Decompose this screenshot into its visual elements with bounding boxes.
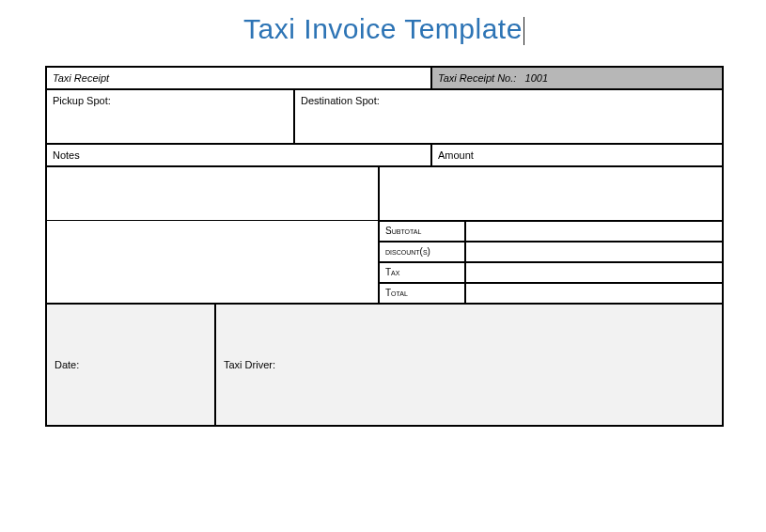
notes-label: Notes bbox=[53, 149, 80, 161]
date-cell: Date: bbox=[46, 304, 215, 426]
subtotal-value-cell bbox=[465, 221, 723, 242]
header-row: Taxi Receipt Taxi Receipt No.: 1001 bbox=[46, 67, 723, 89]
subtotal-row: Subtotal bbox=[46, 221, 723, 242]
receipt-no-value: 1001 bbox=[525, 72, 548, 84]
receipt-no-label: Taxi Receipt No.: bbox=[438, 72, 516, 84]
date-label: Date: bbox=[55, 359, 79, 370]
total-label-cell: Total bbox=[379, 283, 465, 304]
subtotal-label: Subtotal bbox=[385, 226, 421, 236]
spots-row: Pickup Spot: Destination Spot: bbox=[46, 89, 723, 144]
receipt-no-cell: Taxi Receipt No.: 1001 bbox=[431, 67, 723, 89]
driver-cell: Taxi Driver: bbox=[215, 304, 723, 426]
invoice-table: Taxi Receipt Taxi Receipt No.: 1001 Pick… bbox=[45, 66, 724, 427]
discount-row: discount(s) bbox=[46, 242, 723, 262]
amount-label-cell: Amount bbox=[431, 144, 723, 166]
discount-value-cell bbox=[465, 242, 723, 262]
notes-header-row: Notes Amount bbox=[46, 144, 723, 166]
receipt-label-cell: Taxi Receipt bbox=[46, 67, 431, 89]
subtotal-label-cell: Subtotal bbox=[379, 221, 465, 242]
spacer-cell bbox=[46, 262, 379, 283]
driver-label: Taxi Driver: bbox=[224, 359, 275, 370]
tax-row: Tax bbox=[46, 262, 723, 283]
tax-value-cell bbox=[465, 262, 723, 283]
notes-body-row bbox=[46, 166, 723, 221]
total-value-cell bbox=[465, 283, 723, 304]
total-label: Total bbox=[385, 288, 408, 298]
notes-body-cell bbox=[46, 166, 379, 221]
title-text: Taxi Invoice Template bbox=[243, 13, 523, 44]
destination-spot-cell: Destination Spot: bbox=[294, 89, 723, 144]
destination-spot-label: Destination Spot: bbox=[301, 95, 380, 106]
spacer-cell bbox=[46, 242, 379, 262]
page-title: Taxi Invoice Template bbox=[0, 0, 766, 66]
footer-row: Date: Taxi Driver: bbox=[46, 304, 723, 426]
discount-label: discount(s) bbox=[385, 246, 430, 257]
receipt-label: Taxi Receipt bbox=[53, 72, 109, 84]
pickup-spot-label: Pickup Spot: bbox=[53, 95, 111, 106]
spacer-cell bbox=[46, 221, 379, 242]
tax-label-cell: Tax bbox=[379, 262, 465, 283]
pickup-spot-cell: Pickup Spot: bbox=[46, 89, 294, 144]
amount-label: Amount bbox=[438, 149, 474, 161]
amount-body-cell bbox=[379, 166, 723, 221]
text-cursor-icon bbox=[524, 17, 524, 45]
tax-label: Tax bbox=[385, 267, 399, 277]
notes-label-cell: Notes bbox=[46, 144, 431, 166]
spacer-cell bbox=[46, 283, 379, 304]
discount-label-cell: discount(s) bbox=[379, 242, 465, 262]
total-row: Total bbox=[46, 283, 723, 304]
